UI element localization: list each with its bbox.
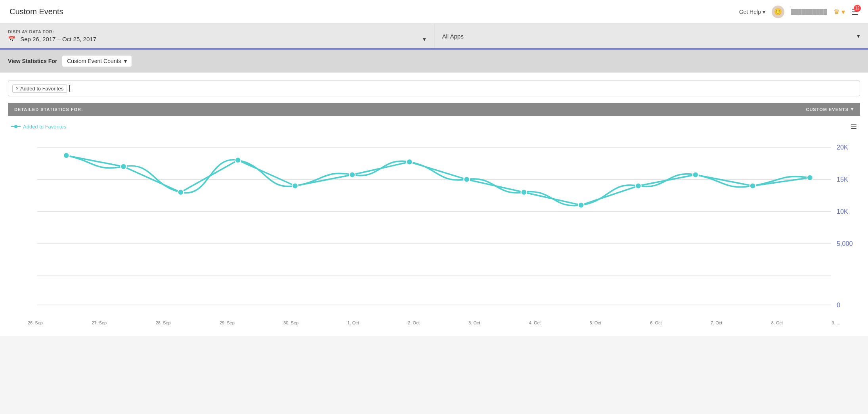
app-filter-value: All Apps: [442, 33, 464, 40]
x-label-13: 9. ...: [832, 320, 840, 325]
event-tag: × Added to Favorites: [12, 84, 67, 93]
svg-point-23: [750, 183, 756, 189]
header-actions: Get Help ▾ 🙂 ██████████ ♛ ▾ ☰ 12: [739, 6, 858, 18]
chart-svg-container: 20K 15K 10K 5,000 0: [8, 136, 860, 318]
crown-icon: ♛: [834, 8, 840, 16]
x-label-11: 7. Oct: [711, 320, 722, 325]
legend-line-icon: [11, 126, 21, 127]
svg-text:5,000: 5,000: [837, 240, 853, 247]
x-label-0: 26. Sep: [28, 320, 43, 325]
crown-chevron-icon: ▾: [841, 8, 845, 16]
stats-dropdown-value: Custom Event Counts: [67, 58, 121, 64]
svg-point-14: [235, 157, 241, 163]
chart-menu-icon[interactable]: ☰: [851, 122, 857, 131]
view-stats-label: View Statistics For: [8, 58, 57, 64]
svg-point-13: [178, 189, 184, 195]
svg-point-24: [807, 175, 813, 181]
calendar-icon: 📅: [8, 36, 15, 42]
svg-point-21: [635, 183, 641, 189]
tag-label: Added to Favorites: [20, 86, 63, 92]
detailed-stats-label: DETAILED STATISTICS FOR:: [14, 107, 83, 112]
line-chart: 20K 15K 10K 5,000 0: [8, 136, 860, 317]
main-content: × Added to Favorites DETAILED STATISTICS…: [0, 73, 868, 336]
stats-chevron-icon: ▾: [124, 58, 127, 64]
x-label-8: 4. Oct: [529, 320, 541, 325]
svg-point-16: [349, 172, 355, 178]
date-range-text: Sep 26, 2017 – Oct 25, 2017: [20, 36, 96, 42]
date-chevron-icon: ▾: [423, 36, 426, 43]
get-help-label: Get Help: [739, 9, 761, 15]
app-chevron-icon: ▾: [857, 33, 860, 40]
app-header: Custom Events Get Help ▾ 🙂 ██████████ ♛ …: [0, 0, 868, 24]
cursor: [69, 85, 70, 92]
stats-dropdown[interactable]: Custom Event Counts ▾: [62, 55, 132, 67]
svg-text:10K: 10K: [837, 208, 848, 215]
tag-remove-button[interactable]: ×: [16, 86, 19, 91]
x-label-9: 5. Oct: [590, 320, 601, 325]
legend-item: Added to Favorites: [11, 124, 66, 130]
legend-label: Added to Favorites: [23, 124, 66, 130]
x-label-12: 8. Oct: [771, 320, 783, 325]
svg-point-20: [578, 202, 584, 208]
app-filter[interactable]: All Apps ▾: [434, 24, 868, 48]
custom-events-dropdown[interactable]: CUSTOM EVENTS ▾: [806, 107, 854, 112]
svg-point-17: [407, 159, 413, 165]
svg-text:0: 0: [837, 301, 840, 309]
svg-point-15: [292, 183, 298, 189]
x-label-5: 1. Oct: [348, 320, 359, 325]
svg-text:20K: 20K: [837, 144, 848, 151]
custom-events-chevron-icon: ▾: [851, 107, 854, 112]
svg-point-18: [464, 176, 470, 182]
crown-badge[interactable]: ♛ ▾: [834, 8, 845, 16]
x-label-2: 28. Sep: [156, 320, 171, 325]
x-axis-labels: 26. Sep 27. Sep 28. Sep 29. Sep 30. Sep …: [8, 318, 860, 325]
svg-point-22: [692, 172, 698, 178]
chart-area: Added to Favorites ☰ 20K 15K 10K 5,000 0: [8, 116, 860, 328]
filter-bar: DISPLAY DATA FOR: 📅 Sep 26, 2017 – Oct 2…: [0, 24, 868, 50]
svg-point-11: [63, 153, 69, 159]
svg-text:15K: 15K: [837, 176, 848, 183]
x-label-3: 29. Sep: [220, 320, 235, 325]
x-label-6: 2. Oct: [408, 320, 419, 325]
x-label-10: 6. Oct: [650, 320, 662, 325]
avatar[interactable]: 🙂: [772, 6, 784, 18]
x-label-7: 3. Oct: [468, 320, 480, 325]
display-label: DISPLAY DATA FOR:: [8, 29, 426, 34]
notification-button[interactable]: ☰ 12: [851, 7, 858, 17]
svg-point-19: [521, 189, 527, 195]
notification-count: 12: [854, 5, 861, 12]
date-filter[interactable]: DISPLAY DATA FOR: 📅 Sep 26, 2017 – Oct 2…: [0, 24, 434, 48]
stats-bar: View Statistics For Custom Event Counts …: [0, 50, 868, 73]
x-label-1: 27. Sep: [92, 320, 107, 325]
svg-point-12: [120, 164, 126, 170]
x-label-4: 30. Sep: [283, 320, 298, 325]
custom-events-label: CUSTOM EVENTS: [806, 107, 849, 112]
date-range-value[interactable]: 📅 Sep 26, 2017 – Oct 25, 2017 ▾: [8, 36, 426, 43]
event-search-input[interactable]: × Added to Favorites: [8, 80, 860, 96]
page-title: Custom Events: [10, 7, 63, 16]
detailed-stats-bar: DETAILED STATISTICS FOR: CUSTOM EVENTS ▾: [8, 103, 860, 116]
get-help-button[interactable]: Get Help ▾: [739, 9, 765, 15]
chevron-down-icon: ▾: [763, 9, 765, 15]
username-label: ██████████: [791, 9, 827, 15]
chart-legend: Added to Favorites ☰: [8, 122, 860, 131]
